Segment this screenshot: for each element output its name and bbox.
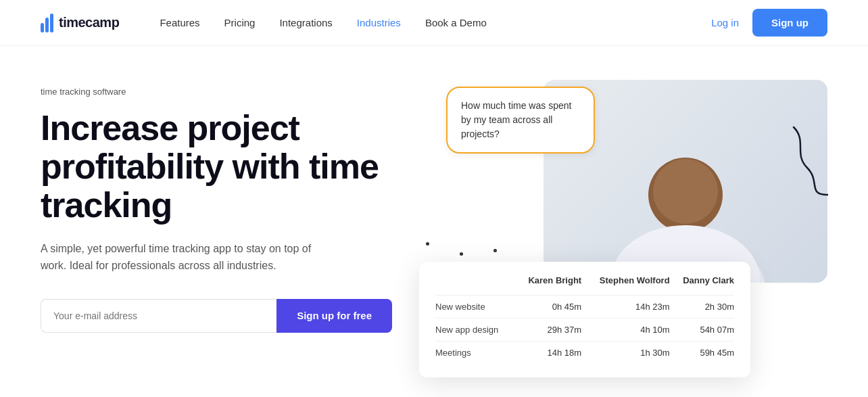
hero-headline: Increase project profitability with time… — [41, 109, 392, 225]
table-cell-karen-2: 29h 37m — [514, 319, 581, 342]
logo[interactable]: timecamp — [41, 14, 119, 32]
login-button[interactable]: Log in — [711, 17, 739, 28]
table-row: New website 0h 45m 14h 23m 2h 30m — [435, 296, 734, 319]
table-header-project — [435, 275, 514, 296]
nav-features[interactable]: Features — [160, 17, 199, 28]
hero-cta: Sign up for free — [41, 299, 392, 333]
table-cell-karen-1: 0h 45m — [514, 296, 581, 319]
table-row: New app design 29h 37m 4h 10m 54h 07m — [435, 319, 734, 342]
nav-pricing[interactable]: Pricing — [224, 17, 256, 28]
logo-bar-1 — [41, 23, 44, 32]
table-cell-project-3: Meetings — [435, 342, 514, 365]
table-cell-stephen-3: 1h 30m — [581, 342, 669, 365]
table-header-stephen: Stephen Wolford — [581, 275, 669, 296]
table-cell-stephen-2: 4h 10m — [581, 319, 669, 342]
dot-decoration-1 — [426, 242, 429, 246]
nav-industries[interactable]: Industries — [357, 17, 401, 28]
nav-integrations[interactable]: Integrations — [279, 17, 332, 28]
time-table: Karen Bright Stephen Wolford Danny Clark… — [435, 275, 734, 364]
table-row: Meetings 14h 18m 1h 30m 59h 45m — [435, 342, 734, 365]
table-cell-danny-2: 54h 07m — [670, 319, 734, 342]
hero-section: time tracking software Increase project … — [0, 46, 868, 397]
chat-bubble: How much time was spent by my team acros… — [446, 87, 595, 154]
table-cell-stephen-1: 14h 23m — [581, 296, 669, 319]
nav-links: Features Pricing Integrations Industries… — [160, 17, 711, 28]
nav-book-demo[interactable]: Book a Demo — [425, 17, 487, 28]
data-table-card: Karen Bright Stephen Wolford Danny Clark… — [419, 262, 750, 377]
squiggle-decoration — [787, 120, 841, 202]
logo-bar-2 — [45, 18, 49, 32]
table-cell-danny-1: 2h 30m — [670, 296, 734, 319]
dot-decoration-3 — [493, 249, 497, 252]
email-input[interactable] — [41, 299, 276, 333]
hero-tag: time tracking software — [41, 87, 392, 97]
table-header-danny: Danny Clark — [670, 275, 734, 296]
hero-right: How much time was spent by my team acros… — [419, 80, 827, 377]
signup-hero-button[interactable]: Sign up for free — [276, 299, 392, 333]
nav-actions: Log in Sign up — [711, 9, 827, 37]
table-cell-project-1: New website — [435, 296, 514, 319]
hero-left: time tracking software Increase project … — [41, 80, 392, 333]
table-header-karen: Karen Bright — [514, 275, 581, 296]
logo-bar-3 — [50, 14, 53, 32]
table-cell-danny-3: 59h 45m — [670, 342, 734, 365]
signup-nav-button[interactable]: Sign up — [752, 9, 827, 37]
navbar: timecamp Features Pricing Integrations I… — [0, 0, 868, 46]
svg-point-3 — [653, 159, 718, 224]
logo-icon — [41, 14, 53, 32]
table-header-row: Karen Bright Stephen Wolford Danny Clark — [435, 275, 734, 296]
dot-decoration-2 — [460, 252, 463, 256]
hero-subtext: A simple, yet powerful time tracking app… — [41, 240, 338, 275]
table-cell-karen-3: 14h 18m — [514, 342, 581, 365]
table-cell-project-2: New app design — [435, 319, 514, 342]
logo-text: timecamp — [59, 15, 119, 30]
